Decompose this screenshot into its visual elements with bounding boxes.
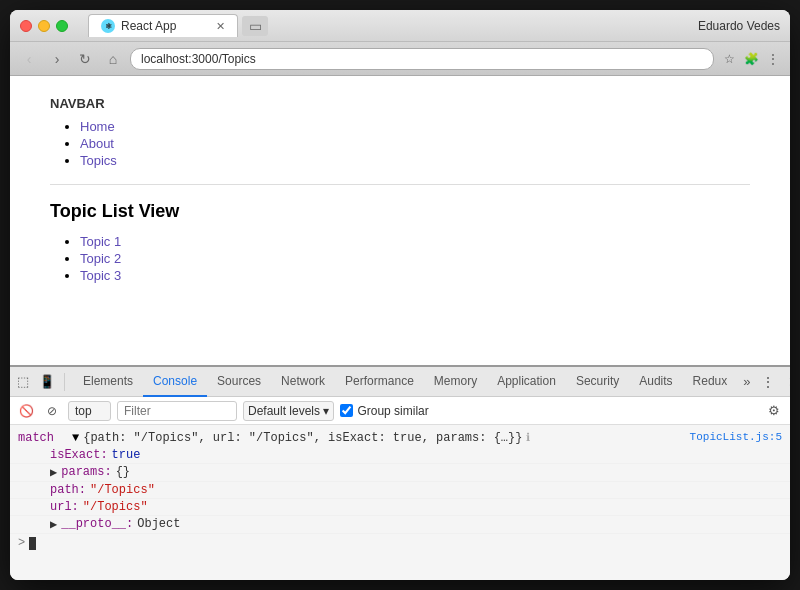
page-content: NAVBAR Home About Topics Topic List View… bbox=[10, 76, 790, 365]
console-match-entry: match ▼ {path: "/Topics", url: "/Topics"… bbox=[10, 429, 790, 447]
tab-title: React App bbox=[121, 19, 176, 33]
extensions-icon[interactable]: 🧩 bbox=[742, 50, 760, 68]
console-match-value: {path: "/Topics", url: "/Topics", isExac… bbox=[83, 431, 522, 445]
clear-console-button[interactable]: 🚫 bbox=[16, 401, 36, 421]
menu-icon[interactable]: ⋮ bbox=[764, 50, 782, 68]
topic-link-1[interactable]: Topic 1 bbox=[80, 234, 121, 249]
tab-favicon: ⚛ bbox=[101, 19, 115, 33]
back-button[interactable]: ‹ bbox=[18, 48, 40, 70]
tab-redux[interactable]: Redux bbox=[683, 367, 738, 397]
devtools-tabs: ⬚ 📱 Elements Console Sources Network Per… bbox=[10, 367, 790, 397]
topic-item-3: Topic 3 bbox=[80, 268, 750, 283]
console-isexact-key: isExact: bbox=[50, 448, 108, 462]
maximize-button[interactable] bbox=[56, 20, 68, 32]
console-proto-key: __proto__: bbox=[61, 517, 133, 531]
nav-link-topics[interactable]: Topics bbox=[80, 153, 117, 168]
console-settings-icon[interactable]: ⚙ bbox=[764, 401, 784, 421]
tab-performance[interactable]: Performance bbox=[335, 367, 424, 397]
tab-memory[interactable]: Memory bbox=[424, 367, 487, 397]
block-console-button[interactable]: ⊘ bbox=[42, 401, 62, 421]
group-similar-label: Group similar bbox=[357, 404, 428, 418]
console-match-expand[interactable]: ▼ bbox=[72, 431, 79, 445]
console-info-icon: ℹ bbox=[526, 431, 530, 444]
browser-window: ⚛ React App ✕ ▭ Eduardo Vedes ‹ › ↻ ⌂ ☆ … bbox=[10, 10, 790, 580]
console-prompt-line: > bbox=[10, 534, 790, 552]
nav-item-home: Home bbox=[80, 119, 750, 134]
topic-link-3[interactable]: Topic 3 bbox=[80, 268, 121, 283]
console-params-key: params: bbox=[61, 465, 111, 479]
tab-application[interactable]: Application bbox=[487, 367, 566, 397]
console-path-value: "/Topics" bbox=[90, 483, 155, 497]
console-match-key: match bbox=[18, 431, 68, 445]
topic-item-1: Topic 1 bbox=[80, 234, 750, 249]
address-icons: ☆ 🧩 ⋮ bbox=[720, 50, 782, 68]
divider bbox=[50, 184, 750, 185]
console-path-line: path: "/Topics" bbox=[10, 482, 790, 499]
console-proto-line: ▶ __proto__: Object bbox=[10, 516, 790, 534]
title-bar: ⚛ React App ✕ ▭ Eduardo Vedes bbox=[10, 10, 790, 42]
levels-dropdown[interactable]: Default levels ▾ bbox=[243, 401, 334, 421]
console-toolbar: 🚫 ⊘ top Default levels ▾ Group similar ⚙ bbox=[10, 397, 790, 425]
new-tab-button[interactable]: ▭ bbox=[242, 16, 268, 36]
prompt-cursor bbox=[29, 537, 36, 550]
context-select[interactable]: top bbox=[68, 401, 111, 421]
nav-link-home[interactable]: Home bbox=[80, 119, 115, 134]
console-isexact-value: true bbox=[112, 448, 141, 462]
tab-bar: ⚛ React App ✕ ▭ bbox=[88, 14, 688, 37]
console-url-line: url: "/Topics" bbox=[10, 499, 790, 516]
url-input[interactable] bbox=[130, 48, 714, 70]
console-path-key: path: bbox=[50, 483, 86, 497]
console-output: match ▼ {path: "/Topics", url: "/Topics"… bbox=[10, 425, 790, 580]
tab-network[interactable]: Network bbox=[271, 367, 335, 397]
nav-links: Home About Topics bbox=[50, 119, 750, 168]
topic-link-2[interactable]: Topic 2 bbox=[80, 251, 121, 266]
group-similar-input[interactable] bbox=[340, 404, 353, 417]
console-url-key: url: bbox=[50, 500, 79, 514]
tabs-overflow-button[interactable]: » bbox=[737, 374, 756, 389]
close-button[interactable] bbox=[20, 20, 32, 32]
console-params-line: ▶ params: {} bbox=[10, 464, 790, 482]
address-bar: ‹ › ↻ ⌂ ☆ 🧩 ⋮ bbox=[10, 42, 790, 76]
topic-list: Topic 1 Topic 2 Topic 3 bbox=[50, 234, 750, 283]
refresh-button[interactable]: ↻ bbox=[74, 48, 96, 70]
navbar-label: NAVBAR bbox=[50, 96, 750, 111]
bookmark-icon[interactable]: ☆ bbox=[720, 50, 738, 68]
user-info: Eduardo Vedes bbox=[698, 19, 780, 33]
devtools-settings-icon[interactable]: ⋮ bbox=[757, 371, 779, 393]
console-proto-expand[interactable]: ▶ bbox=[50, 517, 57, 532]
home-button[interactable]: ⌂ bbox=[102, 48, 124, 70]
nav-item-topics: Topics bbox=[80, 153, 750, 168]
devtools-close-icon[interactable]: ✕ bbox=[783, 371, 790, 393]
tab-sources[interactable]: Sources bbox=[207, 367, 271, 397]
devtools-icon-buttons: ⬚ 📱 bbox=[14, 373, 65, 391]
devtools-panel: ⬚ 📱 Elements Console Sources Network Per… bbox=[10, 365, 790, 580]
traffic-lights bbox=[20, 20, 68, 32]
browser-tab[interactable]: ⚛ React App ✕ bbox=[88, 14, 238, 37]
nav-item-about: About bbox=[80, 136, 750, 151]
console-proto-value: Object bbox=[137, 517, 180, 531]
tab-close-icon[interactable]: ✕ bbox=[216, 20, 225, 33]
console-url-value: "/Topics" bbox=[83, 500, 148, 514]
console-params-value: {} bbox=[116, 465, 130, 479]
console-file-link[interactable]: TopicList.js:5 bbox=[690, 431, 782, 443]
forward-button[interactable]: › bbox=[46, 48, 68, 70]
tab-audits[interactable]: Audits bbox=[629, 367, 682, 397]
tab-elements[interactable]: Elements bbox=[73, 367, 143, 397]
topic-item-2: Topic 2 bbox=[80, 251, 750, 266]
tab-console[interactable]: Console bbox=[143, 367, 207, 397]
prompt-symbol: > bbox=[18, 536, 25, 550]
minimize-button[interactable] bbox=[38, 20, 50, 32]
tab-security[interactable]: Security bbox=[566, 367, 629, 397]
console-params-expand[interactable]: ▶ bbox=[50, 465, 57, 480]
page-heading: Topic List View bbox=[50, 201, 750, 222]
device-toolbar-icon[interactable]: 📱 bbox=[38, 373, 56, 391]
filter-input[interactable] bbox=[117, 401, 237, 421]
console-isexact-line: isExact: true bbox=[10, 447, 790, 464]
nav-link-about[interactable]: About bbox=[80, 136, 114, 151]
group-similar-checkbox[interactable]: Group similar bbox=[340, 404, 428, 418]
devtools-actions: ⋮ ✕ bbox=[757, 371, 790, 393]
inspect-element-icon[interactable]: ⬚ bbox=[14, 373, 32, 391]
